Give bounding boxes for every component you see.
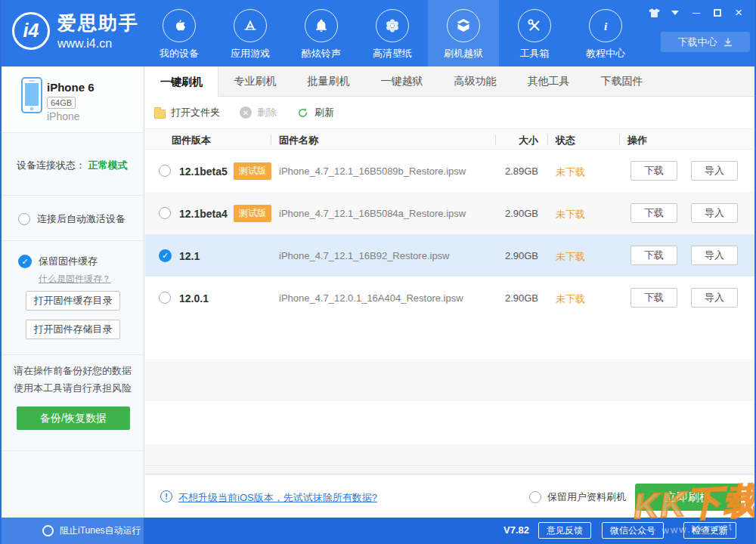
col-size: 大小 — [478, 134, 538, 147]
firmware-filename: iPhone_4.7_12.1_16B5089b_Restore.ipsw — [279, 165, 466, 177]
auto-activate-radio[interactable] — [18, 213, 30, 225]
nav-app-games[interactable]: 应用游戏 — [215, 0, 286, 66]
firmware-status: 未下载 — [556, 165, 585, 179]
skin-icon[interactable] — [647, 6, 661, 20]
empty-stripe — [145, 444, 756, 466]
open-cache-dir-button[interactable]: 打开固件缓存目录 — [26, 291, 120, 311]
firmware-status: 未下载 — [556, 208, 585, 221]
feedback-button[interactable]: 意见反馈 — [538, 522, 591, 539]
keep-cache-checkbox[interactable]: ✓ — [18, 255, 32, 268]
firmware-status: 未下载 — [556, 250, 585, 264]
nav-ringtones[interactable]: 酷炫铃声 — [286, 0, 357, 66]
logo-i4-icon: i4 — [12, 12, 50, 50]
device-model: iPhone — [47, 110, 80, 122]
firmware-version: 12.0.1 — [179, 292, 209, 304]
download-icon — [723, 37, 733, 48]
beta-badge: 测试版 — [234, 162, 271, 180]
nav-wallpapers[interactable]: 高清壁纸 — [357, 0, 428, 66]
tab-one-click-jailbreak[interactable]: 一键越狱 — [365, 66, 438, 97]
erase-data-link[interactable]: 不想升级当前iOS版本，先试试抹除所有数据? — [178, 491, 377, 505]
nav-label: 工具箱 — [520, 47, 550, 60]
nav-toolbox[interactable]: 工具箱 — [499, 0, 570, 66]
nav-label: 刷机越狱 — [444, 47, 483, 60]
svg-text:i: i — [604, 20, 608, 32]
col-version: 固件版本 — [172, 134, 211, 147]
row-radio[interactable] — [159, 165, 171, 177]
table-header: 固件版本 固件名称 大小 状态 操作 — [145, 128, 756, 150]
nav-tutorials[interactable]: i 教程中心 — [570, 0, 641, 66]
backup-restore-button[interactable]: 备份/恢复数据 — [17, 406, 130, 430]
firmware-row[interactable]: 12.0.1 iPhone_4.7_12.0.1_16A404_Restore.… — [145, 277, 756, 319]
minimize-icon[interactable]: ─ — [689, 6, 703, 20]
row-radio-checked[interactable]: ✓ — [159, 249, 172, 262]
device-capacity-badge: 64GB — [47, 97, 76, 109]
nav-label: 高清壁纸 — [373, 47, 412, 60]
delete-button[interactable]: ✕ 删除 — [240, 106, 277, 119]
delete-label: 删除 — [257, 106, 277, 119]
info-icon: i — [589, 9, 622, 42]
refresh-button[interactable]: 刷新 — [296, 106, 334, 119]
nav-label: 我的设备 — [160, 47, 199, 60]
block-itunes-label: 阻止iTunes自动运行 — [60, 524, 141, 537]
sidebar-empty — [2, 451, 144, 518]
nav-label: 酷炫铃声 — [302, 47, 341, 60]
block-itunes-toggle[interactable]: 阻止iTunes自动运行 — [0, 518, 144, 544]
flash-now-button[interactable]: 立即刷机 — [635, 484, 741, 511]
keep-user-data-radio[interactable] — [529, 491, 541, 503]
col-name: 固件名称 — [279, 134, 318, 147]
window-controls: ─ × — [647, 6, 745, 20]
import-button[interactable]: 导入 — [691, 203, 738, 223]
import-button[interactable]: 导入 — [691, 246, 738, 265]
toolbar: 打开文件夹 ✕ 删除 刷新 — [145, 97, 756, 128]
main-nav: 我的设备 应用游戏 酷炫铃声 高清壁纸 — [144, 0, 641, 66]
col-operation: 操作 — [627, 134, 647, 147]
import-button[interactable]: 导入 — [691, 288, 738, 308]
download-center-label: 下载中心 — [678, 36, 717, 49]
refresh-label: 刷新 — [314, 106, 334, 119]
flower-icon — [376, 9, 409, 42]
app-url: www.i4.cn — [57, 37, 139, 51]
check-update-button[interactable]: 检查更新 — [683, 522, 736, 539]
nav-my-devices[interactable]: 我的设备 — [144, 0, 215, 66]
nav-flash-jailbreak[interactable]: 刷机越狱 — [428, 0, 499, 66]
tab-advanced[interactable]: 高级功能 — [438, 66, 512, 97]
row-radio[interactable] — [159, 292, 171, 304]
firmware-row[interactable]: 12.1beta5 测试版 iPhone_4.7_12.1_16B5089b_R… — [145, 150, 756, 192]
tab-one-click-flash[interactable]: 一键刷机 — [145, 66, 218, 97]
tip-info-icon: ! — [160, 490, 172, 502]
import-button[interactable]: 导入 — [691, 161, 738, 181]
wechat-account-button[interactable]: 微信公众号 — [602, 522, 664, 539]
backup-warning-line2: 使用本工具请自行承担风险 — [2, 382, 144, 395]
download-button[interactable]: 下载 — [631, 203, 677, 223]
app-window: i4 爱思助手 www.i4.cn 我的设备 应用游戏 — [0, 0, 756, 544]
firmware-size: 2.90GB — [478, 208, 538, 219]
tab-batch-flash[interactable]: 批量刷机 — [292, 66, 365, 97]
row-radio[interactable] — [159, 207, 171, 219]
open-folder-label: 打开文件夹 — [171, 106, 220, 119]
tab-pro-flash[interactable]: 专业刷机 — [218, 66, 292, 97]
firmware-version: 12.1beta5 — [179, 165, 228, 178]
maximize-icon[interactable] — [711, 6, 724, 20]
tab-other-tools[interactable]: 其他工具 — [512, 66, 585, 97]
block-itunes-radio[interactable] — [42, 525, 54, 536]
iphone-icon — [21, 77, 42, 113]
open-folder-button[interactable]: 打开文件夹 — [154, 106, 220, 119]
menu-icon[interactable] — [668, 6, 682, 20]
download-button[interactable]: 下载 — [631, 288, 677, 308]
col-status: 状态 — [556, 134, 575, 147]
folder-icon — [154, 110, 166, 119]
beta-badge: 测试版 — [234, 205, 271, 222]
download-button[interactable]: 下载 — [631, 161, 677, 181]
device-name: iPhone 6 — [47, 81, 94, 94]
close-icon[interactable]: × — [732, 6, 745, 20]
firmware-row-selected[interactable]: ✓ 12.1 iPhone_4.7_12.1_16B92_Restore.ips… — [145, 234, 756, 277]
what-is-cache-link[interactable]: 什么是固件缓存？ — [39, 273, 111, 286]
connection-section: 设备连接状态： 正常模式 — [2, 133, 144, 196]
tab-download-firmware[interactable]: 下载固件 — [585, 66, 658, 97]
download-button[interactable]: 下载 — [631, 246, 677, 265]
appstore-icon — [234, 9, 267, 42]
open-storage-dir-button[interactable]: 打开固件存储目录 — [26, 320, 120, 339]
firmware-row[interactable]: 12.1beta4 测试版 iPhone_4.7_12.1_16B5084a_R… — [145, 192, 756, 234]
nav-label: 教程中心 — [586, 47, 625, 60]
download-center-button[interactable]: 下载中心 — [661, 32, 750, 52]
